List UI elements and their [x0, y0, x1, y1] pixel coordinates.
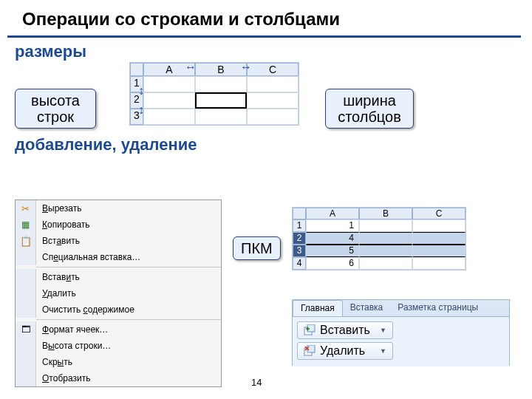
menu-item[interactable]: ▦Копировать — [16, 216, 221, 233]
menu-item[interactable]: ✂Вырезать — [16, 200, 221, 216]
adddel-grid: ABC11243546 — [292, 207, 466, 270]
menu-icon-slot — [16, 370, 36, 386]
col-width-callout: ширина столбцов — [325, 89, 414, 129]
menu-item[interactable]: 🗔Формат ячеек… — [16, 321, 221, 338]
cell[interactable] — [359, 257, 412, 270]
cell[interactable] — [412, 257, 466, 270]
row-height-callout: высота строк — [15, 89, 96, 129]
menu-icon-slot — [16, 354, 36, 370]
rclick-text: ПКМ — [241, 240, 273, 256]
page-title: Операции со строками и столбцами — [7, 0, 521, 38]
menu-item[interactable]: Отобразить — [16, 370, 221, 386]
doc-icon: ▦ — [21, 219, 30, 230]
col-header[interactable]: C — [412, 208, 466, 219]
cell[interactable] — [195, 76, 247, 92]
menu-item[interactable]: Скрыть — [16, 354, 221, 370]
cell[interactable] — [412, 219, 466, 232]
cell-selected[interactable] — [195, 92, 247, 109]
clipboard-icon: 📋 — [20, 236, 32, 247]
menu-item-label: Формат ячеек… — [36, 324, 221, 335]
menu-item[interactable]: 📋Вставить — [16, 233, 221, 249]
tab-insert[interactable]: Вставка — [343, 300, 391, 316]
cell[interactable]: 4 — [306, 232, 359, 245]
menu-icon-slot: 📋 — [16, 233, 36, 249]
menu-separator — [36, 267, 221, 267]
page-number: 14 — [251, 377, 262, 388]
delete-button[interactable]: Удалить ▼ — [297, 342, 393, 360]
resize-row-icon: ↕ — [138, 103, 144, 117]
menu-item[interactable]: Специальная вставка… — [16, 249, 221, 265]
insert-button[interactable]: Вставить ▼ — [297, 321, 393, 339]
resize-row-icon: ↕ — [138, 84, 144, 98]
cell[interactable] — [143, 109, 195, 125]
cell[interactable] — [359, 219, 412, 232]
context-menu: ✂Вырезать▦Копировать📋ВставитьСпециальная… — [15, 200, 222, 387]
menu-icon-slot — [16, 338, 36, 354]
col-header[interactable]: B — [359, 208, 412, 219]
cell[interactable] — [247, 76, 299, 92]
sizes-heading: размеры — [15, 42, 532, 61]
svg-rect-1 — [307, 324, 315, 332]
cell[interactable] — [247, 92, 299, 109]
row-header[interactable]: 2 — [293, 232, 306, 245]
row-header[interactable]: 4 — [293, 257, 306, 270]
insert-cells-icon — [304, 324, 316, 336]
col-width-text: ширина столбцов — [338, 92, 401, 125]
menu-icon-slot: ▦ — [16, 216, 36, 233]
cell[interactable] — [412, 232, 466, 245]
corner-cell[interactable] — [293, 208, 306, 219]
delete-label: Удалить — [320, 344, 365, 358]
menu-item[interactable]: Очистить содержимое — [16, 301, 221, 318]
adddel-heading: добавление, удаление — [15, 135, 532, 154]
scissors-icon: ✂ — [21, 203, 30, 214]
svg-rect-3 — [307, 345, 315, 352]
cell[interactable]: 6 — [306, 257, 359, 270]
menu-item[interactable]: Высота строки… — [16, 338, 221, 354]
ribbon-pane: Вставить ▼ Удалить ▼ — [293, 316, 509, 366]
cell[interactable] — [143, 76, 195, 92]
menu-separator — [36, 319, 221, 320]
menu-icon-slot: ✂ — [16, 200, 36, 216]
menu-item-label: Вставить — [36, 272, 221, 282]
cell[interactable] — [247, 109, 299, 125]
insert-label: Вставить — [320, 324, 370, 337]
corner-cell[interactable] — [130, 63, 143, 76]
menu-icon-slot: 🗔 — [16, 321, 36, 338]
menu-item-label: Удалить — [36, 288, 221, 299]
rclick-callout: ПКМ — [233, 236, 281, 260]
resize-col-icon: ↔ — [240, 61, 252, 74]
cell[interactable]: 5 — [306, 245, 359, 257]
dropdown-icon: ▼ — [380, 347, 386, 355]
tab-home[interactable]: Главная — [293, 300, 343, 316]
cell[interactable] — [195, 109, 247, 125]
row-header[interactable]: 1 — [293, 219, 306, 232]
tab-layout[interactable]: Разметка страницы — [390, 300, 485, 316]
menu-item-label: Копировать — [36, 219, 221, 230]
delete-cells-icon — [304, 345, 316, 357]
menu-icon-slot — [16, 301, 36, 318]
menu-item[interactable]: Удалить — [16, 285, 221, 301]
format-icon: 🗔 — [21, 324, 30, 335]
cell[interactable] — [359, 245, 412, 257]
menu-item-label: Вставить — [36, 236, 221, 246]
menu-item-label: Вырезать — [36, 203, 221, 214]
menu-item-label: Скрыть — [36, 357, 221, 367]
menu-item-label: Отобразить — [36, 373, 221, 383]
menu-icon-slot — [16, 269, 36, 285]
col-header-c[interactable]: C — [247, 63, 299, 76]
row-header[interactable]: 3 — [293, 245, 306, 257]
col-header-b[interactable]: B — [195, 63, 247, 76]
cell[interactable]: 1 — [306, 219, 359, 232]
col-header[interactable]: A — [306, 208, 359, 219]
menu-item-label: Специальная вставка… — [36, 252, 221, 262]
ribbon-tabs: Главная Вставка Разметка страницы — [293, 300, 509, 316]
cell[interactable] — [412, 245, 466, 257]
cell[interactable] — [359, 232, 412, 245]
resize-col-icon: ↔ — [185, 61, 197, 74]
menu-icon-slot — [16, 249, 36, 265]
cell[interactable] — [143, 92, 195, 109]
menu-item[interactable]: Вставить — [16, 269, 221, 285]
menu-icon-slot — [16, 285, 36, 301]
menu-item-label: Высота строки… — [36, 341, 221, 351]
sizes-grid: A B C 1 2 3 — [129, 62, 299, 126]
